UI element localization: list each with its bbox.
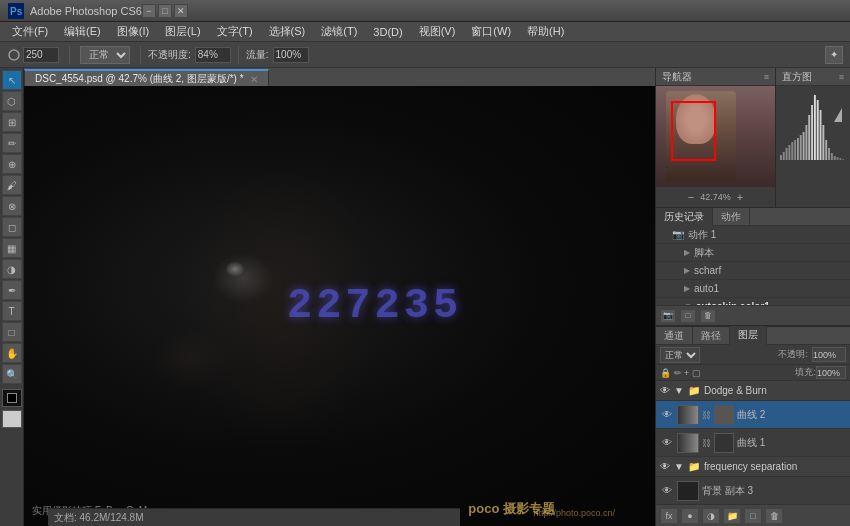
brush-size-input[interactable]	[23, 47, 59, 63]
snapshot-label: 动作 1	[688, 228, 716, 242]
menu-window[interactable]: 窗口(W)	[463, 22, 519, 41]
shape-tool[interactable]: □	[2, 322, 22, 342]
tab-actions[interactable]: 动作	[713, 208, 750, 226]
item-icon: ▶	[684, 266, 690, 275]
item-icon: ▶	[684, 284, 690, 293]
delete-layer-button[interactable]: 🗑	[765, 508, 783, 524]
menu-view[interactable]: 视图(V)	[411, 22, 464, 41]
clone-tool[interactable]: ⊗	[2, 196, 22, 216]
expand-icon[interactable]: ▼	[674, 385, 684, 396]
history-item-script[interactable]: ▶ 脚本	[656, 244, 850, 262]
eyedropper-tool[interactable]: ✏	[2, 133, 22, 153]
add-group-button[interactable]: 📁	[723, 508, 741, 524]
artwork-canvas[interactable]: 227235 poco 摄影专题 http://photo.poco.cn/ 实…	[24, 86, 655, 526]
eye-icon[interactable]: 👁	[660, 385, 670, 396]
group-icon: 📁	[688, 385, 700, 396]
hand-tool[interactable]: ✋	[2, 343, 22, 363]
tab-channels[interactable]: 通道	[656, 327, 693, 345]
dodge-tool[interactable]: ◑	[2, 259, 22, 279]
svg-rect-7	[791, 142, 793, 160]
toolbar: 正常 不透明度: 流量: ✦	[0, 42, 850, 68]
tab-layers[interactable]: 图层	[730, 326, 767, 346]
top-right-panels: 导航器 ≡ − 42.74% +	[656, 68, 850, 208]
layer-eye-curve2[interactable]: 👁	[660, 408, 674, 422]
menu-file[interactable]: 文件(F)	[4, 22, 56, 41]
maximize-button[interactable]: □	[158, 4, 172, 18]
crop-tool[interactable]: ⊞	[2, 112, 22, 132]
mode-group: 正常	[77, 45, 133, 65]
pen-tool[interactable]: ✒	[2, 280, 22, 300]
background-color[interactable]	[2, 410, 22, 428]
menu-text[interactable]: 文字(T)	[209, 22, 261, 41]
add-mask-button[interactable]: ●	[681, 508, 699, 524]
fx-button[interactable]: fx	[660, 508, 678, 524]
flow-input[interactable]	[273, 47, 309, 63]
navigator-thumbnail[interactable]	[656, 86, 775, 187]
layer-curve1[interactable]: 👁 ⛓ 曲线 1	[656, 429, 850, 457]
zoom-in-button[interactable]: +	[737, 191, 743, 203]
opacity-input[interactable]	[195, 47, 231, 63]
opacity-input[interactable]	[812, 347, 846, 362]
navigator-menu-btn[interactable]: ≡	[764, 72, 769, 82]
layer-group-freq-sep[interactable]: 👁 ▼ 📁 frequency separation	[656, 457, 850, 477]
history-footer: 📷 □ 🗑	[656, 305, 850, 325]
svg-rect-13	[808, 115, 810, 160]
add-adjustment-button[interactable]: ◑	[702, 508, 720, 524]
tab-history[interactable]: 历史记录	[656, 208, 713, 226]
canvas-tab-active[interactable]: DSC_4554.psd @ 42.7% (曲线 2, 图层蒙版/*) * ✕	[24, 69, 269, 87]
blend-mode-select[interactable]: 正常	[660, 347, 700, 363]
eye-icon-2[interactable]: 👁	[660, 461, 670, 472]
brush-tool[interactable]: 🖌	[2, 175, 22, 195]
history-item-scharf[interactable]: ▶ scharf	[656, 262, 850, 280]
snapshot-icon: 📷	[672, 229, 684, 240]
menu-select[interactable]: 选择(S)	[261, 22, 314, 41]
layer-curve2[interactable]: 👁 ⛓ 曲线 2	[656, 401, 850, 429]
gradient-tool[interactable]: ▦	[2, 238, 22, 258]
zoom-out-button[interactable]: −	[688, 191, 694, 203]
link-icon-curve2: ⛓	[702, 410, 711, 420]
minimize-button[interactable]: −	[142, 4, 156, 18]
group-label: Dodge & Burn	[704, 385, 767, 396]
lasso-tool[interactable]: ⬡	[2, 91, 22, 111]
layers-tabs: 通道 路径 图层	[656, 327, 850, 345]
history-item-auto1[interactable]: ▶ auto1	[656, 280, 850, 298]
menu-help[interactable]: 帮助(H)	[519, 22, 572, 41]
layer-mask-thumb-curve2	[714, 405, 734, 425]
move-tool[interactable]: ↖	[2, 70, 22, 90]
layer-group-dodge-burn[interactable]: 👁 ▼ 📁 Dodge & Burn	[656, 381, 850, 401]
expand-icon-2[interactable]: ▼	[674, 461, 684, 472]
add-layer-button[interactable]: □	[744, 508, 762, 524]
canvas-close-icon[interactable]: ✕	[250, 74, 258, 85]
eraser-tool[interactable]: ◻	[2, 217, 22, 237]
svg-rect-6	[788, 145, 790, 160]
foreground-color[interactable]	[2, 389, 22, 407]
histogram-menu-btn[interactable]: ≡	[839, 72, 844, 82]
text-tool[interactable]: T	[2, 301, 22, 321]
menu-3d[interactable]: 3D(D)	[365, 24, 410, 40]
history-item-autoskin[interactable]: ▼ autoskin color1	[656, 298, 850, 305]
layer-eye-bg3[interactable]: 👁	[660, 484, 674, 498]
create-snapshot-btn[interactable]: 📷	[660, 309, 676, 323]
navigator-viewport-box[interactable]	[671, 101, 716, 161]
healing-tool[interactable]: ⊕	[2, 154, 22, 174]
svg-text:Ps: Ps	[10, 6, 23, 17]
menu-edit[interactable]: 编辑(E)	[56, 22, 109, 41]
layer-eye-curve1[interactable]: 👁	[660, 436, 674, 450]
layers-list[interactable]: 👁 ▼ 📁 Dodge & Burn 👁 ⛓ 曲线 2 👁 ⛓	[656, 381, 850, 504]
fill-input[interactable]	[816, 366, 846, 379]
create-new-doc-btn[interactable]: □	[680, 309, 696, 323]
history-item-snapshot[interactable]: 📷 动作 1	[656, 226, 850, 244]
menu-filter[interactable]: 滤镜(T)	[313, 22, 365, 41]
navigator-zoom-percent: 42.74%	[700, 192, 731, 202]
tab-paths[interactable]: 路径	[693, 327, 730, 345]
menu-image[interactable]: 图像(I)	[109, 22, 157, 41]
mode-select[interactable]: 正常	[80, 46, 130, 64]
menu-layer[interactable]: 图层(L)	[157, 22, 208, 41]
zoom-tool[interactable]: 🔍	[2, 364, 22, 384]
airbrush-button[interactable]: ✦	[825, 46, 843, 64]
close-button[interactable]: ✕	[174, 4, 188, 18]
layer-bg-copy3[interactable]: 👁 背景 副本 3	[656, 477, 850, 504]
poco-url: http://photo.poco.cn/	[533, 508, 615, 518]
delete-state-btn[interactable]: 🗑	[700, 309, 716, 323]
history-list[interactable]: 📷 动作 1 ▶ 脚本 ▶ scharf ▶ auto1 ▼ autosk	[656, 226, 850, 305]
